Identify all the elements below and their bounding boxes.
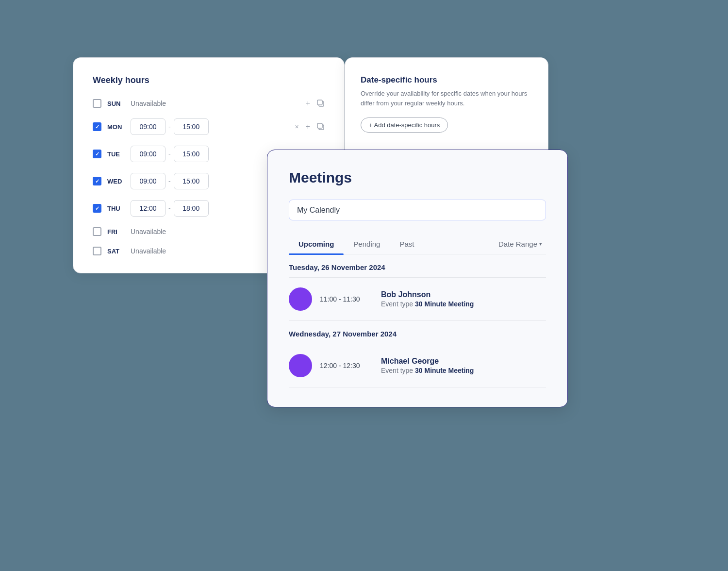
tab-pending[interactable]: Pending (344, 234, 390, 254)
time-range-mon: - (131, 118, 287, 135)
meeting-event-type-2: Event type 30 Minute Meeting (381, 367, 546, 374)
weekly-hours-title: Weekly hours (93, 75, 325, 85)
day-label-tue: TUE (107, 151, 125, 158)
checkbox-tue[interactable] (93, 150, 101, 158)
event-type-name-2: 30 Minute Meeting (415, 367, 474, 374)
copy-icon-sun[interactable] (317, 100, 325, 107)
unavailable-sun: Unavailable (131, 100, 298, 107)
meeting-time-2: 12:00 - 12:30 (320, 362, 373, 369)
end-time-mon[interactable] (174, 118, 209, 135)
time-range-wed: - (131, 173, 287, 189)
meeting-name-1: Bob Johnson (381, 290, 546, 299)
tab-upcoming[interactable]: Upcoming (289, 234, 344, 254)
day-label-sat: SAT (107, 248, 125, 255)
svg-rect-1 (317, 100, 322, 105)
checkbox-mon[interactable] (93, 122, 101, 131)
end-time-thu[interactable] (174, 200, 209, 217)
day-label-fri: FRI (107, 228, 125, 235)
checkbox-sat[interactable] (93, 247, 101, 255)
tab-past[interactable]: Past (390, 234, 424, 254)
start-time-tue[interactable] (131, 146, 165, 162)
chevron-down-icon: ▾ (539, 241, 542, 247)
time-range-thu: - (131, 200, 287, 217)
meetings-title: Meetings (289, 169, 546, 186)
meeting-event-type-1: Event type 30 Minute Meeting (381, 300, 546, 308)
add-icon-sun[interactable]: + (306, 99, 310, 108)
meeting-time-1: 11:00 - 11:30 (320, 295, 373, 303)
avatar-bob-johnson (289, 287, 312, 311)
date-specific-title: Date-specific hours (361, 75, 532, 85)
meeting-info-2: Michael George Event type 30 Minute Meet… (381, 357, 546, 374)
checkbox-wed[interactable] (93, 177, 101, 185)
actions-mon: × + (295, 122, 325, 131)
actions-sun: + (306, 99, 325, 108)
start-time-mon[interactable] (131, 118, 165, 135)
separator-mon: - (167, 123, 172, 131)
date-range-tab-label: Date Range (498, 240, 537, 248)
day-label-sun: SUN (107, 100, 125, 107)
checkbox-thu[interactable] (93, 204, 101, 213)
date-specific-description: Override your availability for specific … (361, 89, 532, 108)
meeting-info-1: Bob Johnson Event type 30 Minute Meeting (381, 290, 546, 308)
checkbox-sun[interactable] (93, 99, 101, 108)
event-type-name-1: 30 Minute Meeting (415, 300, 474, 308)
day-label-wed: WED (107, 178, 125, 185)
meeting-name-2: Michael George (381, 357, 546, 366)
add-icon-mon[interactable]: + (306, 122, 310, 131)
date-group-header-1: Tuesday, 26 November 2024 (289, 254, 546, 278)
day-label-thu: THU (107, 205, 125, 212)
checkbox-fri[interactable] (93, 227, 101, 236)
separator-wed: - (167, 177, 172, 185)
avatar-michael-george (289, 354, 312, 377)
add-date-button[interactable]: + Add date-specific hours (361, 118, 448, 133)
meetings-card: Meetings My Calendly Upcoming Pending Pa… (267, 150, 568, 407)
start-time-thu[interactable] (131, 200, 165, 217)
separator-tue: - (167, 150, 172, 158)
tab-date-range[interactable]: Date Range ▾ (495, 234, 546, 254)
time-range-tue: - (131, 146, 287, 162)
day-row-mon: MON - × + (93, 118, 325, 135)
date-group-header-2: Wednesday, 27 November 2024 (289, 321, 546, 344)
svg-rect-3 (317, 123, 322, 128)
day-label-mon: MON (107, 123, 125, 131)
meetings-tabs: Upcoming Pending Past Date Range ▾ (289, 234, 546, 254)
end-time-wed[interactable] (174, 173, 209, 189)
day-row-sun: SUN Unavailable + (93, 99, 325, 108)
remove-icon-mon[interactable]: × (295, 123, 298, 131)
end-time-tue[interactable] (174, 146, 209, 162)
calendly-selector[interactable]: My Calendly (289, 200, 546, 220)
separator-thu: - (167, 204, 172, 212)
meeting-row-1: 11:00 - 11:30 Bob Johnson Event type 30 … (289, 278, 546, 321)
meeting-row-2: 12:00 - 12:30 Michael George Event type … (289, 344, 546, 387)
copy-icon-mon[interactable] (317, 123, 325, 131)
start-time-wed[interactable] (131, 173, 165, 189)
